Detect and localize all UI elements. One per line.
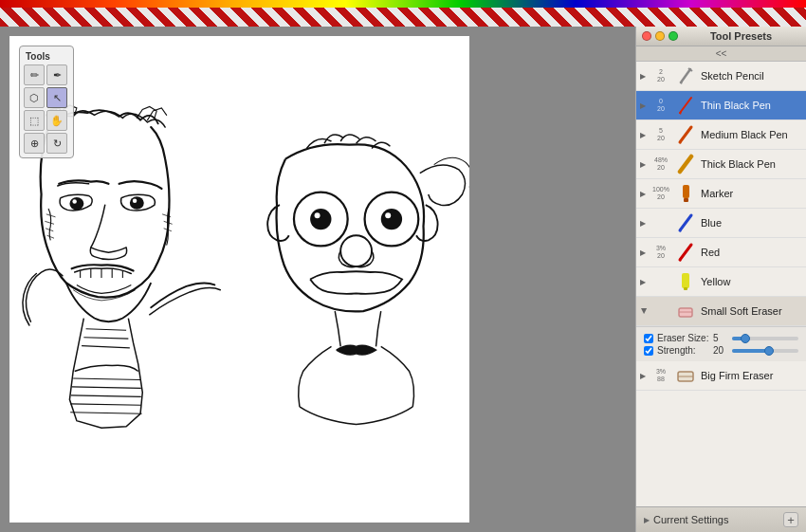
eraser-strength-checkbox[interactable]: [644, 346, 653, 356]
checker-bar: [0, 8, 806, 27]
eraser-size-checkbox[interactable]: [644, 334, 653, 343]
tools-panel: Tools ✏ ✒ ⬡ ↖ ⬚ ✋ ⊕ ↻: [19, 46, 74, 158]
preset-blue[interactable]: ▶ Blue: [636, 209, 806, 238]
svg-point-0: [69, 197, 83, 210]
icon-medium-pen: [674, 123, 697, 146]
svg-rect-20: [683, 185, 689, 198]
brush-tool-btn[interactable]: ✏: [24, 64, 45, 85]
badge-thin: 020: [651, 98, 670, 112]
footer-label: Current Settings: [653, 514, 728, 525]
svg-rect-21: [684, 198, 688, 202]
svg-point-9: [385, 212, 391, 218]
panel-footer: ▶ Current Settings +: [636, 506, 806, 532]
zoom-tool-btn[interactable]: ⊕: [24, 133, 45, 154]
preset-red[interactable]: ▶ 3%20 Red: [636, 238, 806, 267]
panel-nav[interactable]: <<: [636, 46, 806, 62]
footer-current-settings[interactable]: ▶ Current Settings: [644, 514, 728, 525]
svg-line-22: [680, 215, 691, 230]
expand-arrow-blue: ▶: [640, 219, 648, 228]
svg-point-8: [315, 212, 321, 218]
footer-add-label: +: [787, 514, 795, 526]
preset-marker[interactable]: ▶ 100%20 Marker: [636, 179, 806, 209]
preset-yellow[interactable]: ▶ Yellow: [636, 267, 806, 297]
eraser-strength-slider-fill: [732, 349, 769, 353]
expand-arrow-thin: ▶: [640, 101, 648, 110]
icon-red-pen: [674, 241, 697, 264]
preset-name-sketch: Sketch Pencil: [701, 70, 764, 82]
expand-arrow-marker: ▶: [640, 190, 648, 198]
icon-eraser: [674, 300, 697, 322]
badge-thick: 48%20: [651, 156, 670, 171]
expand-arrow-eraser: ▶: [640, 307, 649, 315]
badge-marker: 100%20: [651, 186, 670, 200]
preset-thick-black-pen[interactable]: ▶ 48%20 Thick Black Pen: [636, 150, 806, 179]
preset-thin-black-pen[interactable]: ▶ 020 Thin Black Pen: [636, 91, 806, 120]
icon-big-eraser: [674, 364, 697, 387]
eraser-size-slider-track[interactable]: [732, 337, 798, 340]
svg-point-3: [133, 198, 137, 202]
preset-name-thin: Thin Black Pen: [701, 100, 771, 111]
svg-rect-26: [682, 273, 689, 288]
expand-arrow-red: ▶: [640, 248, 648, 257]
preset-name-medium: Medium Black Pen: [701, 129, 788, 140]
preset-small-soft-eraser[interactable]: ▶ Small Soft Eraser: [636, 297, 806, 326]
eraser-strength-slider-track[interactable]: [732, 349, 798, 353]
tools-grid: ✏ ✒ ⬡ ↖ ⬚ ✋ ⊕ ↻: [24, 64, 69, 154]
preset-name-big-eraser: Big Firm Eraser: [701, 370, 773, 381]
icon-blue-pen: [674, 211, 697, 234]
lasso-tool-btn[interactable]: ⬡: [24, 87, 45, 108]
eraser-size-row: Eraser Size: 5: [644, 333, 798, 343]
rotate-tool-btn[interactable]: ↻: [46, 133, 67, 154]
svg-point-1: [72, 199, 76, 203]
preset-big-firm-eraser[interactable]: ▶ 3%88 Big Firm Eraser: [636, 361, 806, 391]
svg-point-7: [381, 209, 402, 229]
svg-rect-27: [684, 287, 687, 290]
tools-panel-title: Tools: [24, 50, 69, 64]
window-max-btn[interactable]: [669, 31, 678, 41]
eraser-size-slider-thumb[interactable]: [741, 334, 750, 343]
hand-tool-btn[interactable]: ✋: [46, 110, 67, 131]
eraser-strength-label: Strength:: [657, 345, 709, 356]
svg-line-14: [680, 98, 691, 113]
preset-medium-black-pen[interactable]: ▶ 520 Medium Black Pen: [636, 120, 806, 150]
svg-line-24: [680, 245, 691, 260]
icon-thin-pen: [674, 94, 697, 117]
artwork-svg: [9, 36, 469, 523]
move-tool-btn[interactable]: ↖: [46, 87, 67, 108]
main-area: Tools ✏ ✒ ⬡ ↖ ⬚ ✋ ⊕ ↻ Tool Presets <<: [0, 27, 806, 532]
svg-line-18: [680, 156, 691, 172]
preset-name-blue: Blue: [701, 217, 722, 229]
expand-arrow-yellow: ▶: [640, 278, 648, 286]
panel-nav-label: <<: [716, 48, 727, 59]
preset-name-thick: Thick Black Pen: [701, 158, 776, 170]
preset-name-red: Red: [701, 247, 720, 258]
expand-arrow-thick: ▶: [640, 160, 648, 169]
eraser-strength-slider-thumb[interactable]: [764, 346, 774, 356]
svg-point-2: [130, 196, 144, 209]
badge-big-eraser: 3%88: [651, 368, 670, 382]
icon-sketch-pencil: [674, 64, 697, 87]
panel-titlebar: Tool Presets: [636, 27, 806, 46]
window-close-btn[interactable]: [642, 31, 651, 41]
canvas-area: Tools ✏ ✒ ⬡ ↖ ⬚ ✋ ⊕ ↻: [0, 27, 635, 532]
footer-add-button[interactable]: +: [783, 512, 798, 527]
right-panel: Tool Presets << ▶ 220 Sketch Pencil ▶ 02…: [635, 27, 806, 532]
eraser-size-label: Eraser Size:: [657, 333, 709, 343]
footer-arrow-icon: ▶: [644, 516, 650, 524]
eraser-size-value: 5: [713, 333, 728, 343]
expand-arrow-big-eraser: ▶: [640, 372, 648, 380]
icon-yellow-pen: [674, 270, 697, 293]
eraser-strength-row: Strength: 20: [644, 345, 798, 356]
eraser-strength-value: 20: [713, 345, 728, 356]
preset-name-eraser: Small Soft Eraser: [701, 305, 782, 317]
pen-tool-btn[interactable]: ✒: [46, 64, 67, 85]
svg-point-10: [340, 235, 372, 266]
selection-tool-btn[interactable]: ⬚: [24, 110, 45, 131]
expand-arrow-medium: ▶: [640, 131, 648, 139]
icon-marker: [674, 182, 697, 205]
svg-line-11: [681, 69, 690, 83]
window-min-btn[interactable]: [655, 31, 665, 41]
drawing-canvas[interactable]: [9, 36, 469, 523]
preset-sketch-pencil[interactable]: ▶ 220 Sketch Pencil: [636, 62, 806, 91]
svg-line-16: [680, 127, 691, 142]
